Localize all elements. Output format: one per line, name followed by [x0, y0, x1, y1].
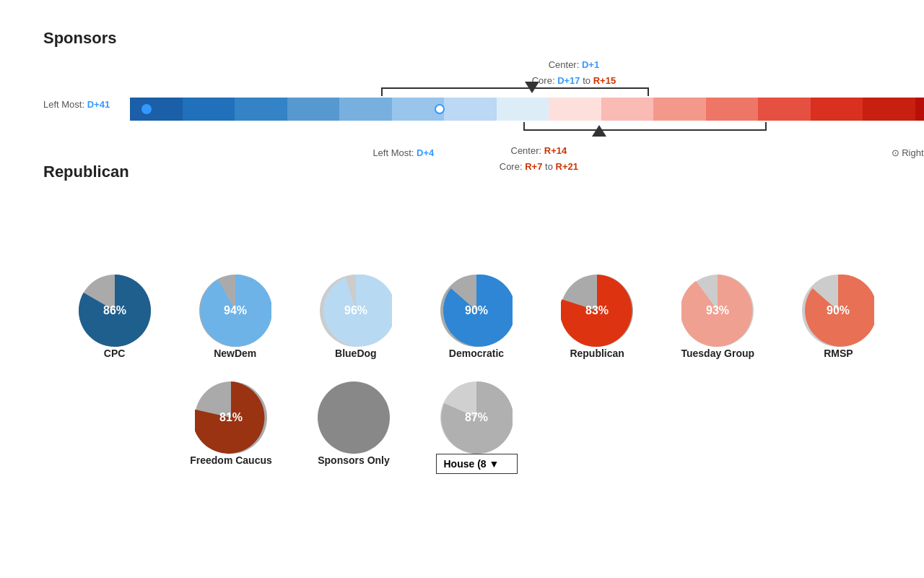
pie-bluedog-chart: 96%: [320, 275, 392, 347]
house-dropdown-container[interactable]: House (8 ▼ Senate: [436, 454, 518, 474]
bar-seg-15: [863, 98, 915, 121]
dot-rep-left: [435, 104, 445, 114]
bar-seg-14: [811, 98, 863, 121]
pie-freedom-label: Freedom Caucus: [190, 454, 272, 467]
pie-newdem-label: NewDem: [214, 347, 256, 360]
pie-cpc-chart: 86%: [79, 275, 151, 347]
pie-bluedog-label: BlueDog: [335, 347, 377, 360]
svg-text:90%: 90%: [465, 304, 488, 316]
pie-freedom: 81% Freedom Caucus: [188, 381, 274, 467]
bar-seg-1: [130, 98, 183, 121]
bar-seg-2: [183, 98, 235, 121]
svg-text:83%: 83%: [585, 304, 609, 316]
spectrum-section: Sponsors Republican Left Most: D+41 ⊙ Ri…: [43, 29, 881, 231]
bar-seg-16: [915, 98, 925, 121]
pie-sponsors-only: Sponsors Only: [310, 381, 397, 467]
bar-seg-12: [706, 98, 759, 121]
annotation-rep-right: ⊙ Right Most: R+33: [892, 147, 924, 158]
pie-freedom-chart: 81%: [195, 381, 267, 454]
bar-seg-9: [549, 98, 601, 121]
pie-cpc-label: CPC: [104, 347, 126, 360]
pie-republican-chart: 83%: [561, 275, 633, 347]
sponsors-title: Sponsors: [43, 29, 116, 48]
annotation-sponsors-left: Left Most: D+41: [43, 99, 110, 110]
pie-house8: 87% House (8 ▼ Senate: [433, 381, 520, 474]
pie-tuesday-chart: 93%: [681, 275, 754, 347]
pie-cpc: 86% CPC: [72, 275, 157, 360]
pie-row-1: 86% CPC 94% NewDem 96%: [43, 275, 881, 360]
svg-text:96%: 96%: [344, 304, 367, 316]
bracket-sponsors-core: [381, 87, 649, 96]
pie-democratic-chart: 90%: [440, 275, 513, 347]
main-container: Sponsors Republican Left Most: D+41 ⊙ Ri…: [0, 0, 924, 503]
pie-tuesday: 93% Tuesday Group: [676, 275, 760, 360]
svg-point-16: [318, 381, 390, 454]
bar-seg-5: [339, 98, 392, 121]
pie-republican: 83% Republican: [555, 275, 640, 360]
bar-seg-8: [497, 98, 549, 121]
bar-seg-4: [287, 98, 340, 121]
bracket-rep-core: [523, 122, 766, 131]
pie-newdem: 94% NewDem: [193, 275, 277, 360]
pie-newdem-chart: 94%: [199, 275, 271, 347]
pie-bluedog: 96% BlueDog: [313, 275, 398, 360]
spectrum-wrapper: Left Most: D+41 ⊙ Right Most: R+32 Cente…: [130, 98, 924, 121]
pie-row-2: 81% Freedom Caucus Sponsors Only 87%: [43, 381, 881, 474]
svg-text:81%: 81%: [219, 411, 243, 423]
pie-tuesday-label: Tuesday Group: [681, 347, 754, 360]
annotation-rep-center: Center: R+14 Core: R+7 to R+21: [500, 143, 578, 175]
bar-seg-3: [235, 98, 287, 121]
dot-sponsors-left: [141, 104, 152, 114]
pie-republican-label: Republican: [570, 347, 624, 360]
svg-text:90%: 90%: [827, 304, 850, 316]
republican-title: Republican: [43, 163, 129, 181]
pie-section: 86% CPC 94% NewDem 96%: [43, 275, 881, 474]
svg-text:94%: 94%: [224, 304, 247, 316]
pie-democratic: 90% Democratic: [434, 275, 518, 360]
pie-rmsp-label: RMSP: [824, 347, 853, 360]
pie-sponsors-only-chart: [318, 381, 390, 454]
annotation-sponsors-center: Center: D+1 Core: D+17 to R+15: [532, 57, 616, 89]
pie-rmsp-chart: 90%: [802, 275, 874, 347]
bar-seg-10: [601, 98, 654, 121]
pie-house8-chart: 87%: [440, 381, 513, 454]
bar-seg-11: [653, 98, 706, 121]
pie-rmsp: 90% RMSP: [796, 275, 881, 360]
pie-sponsors-only-label: Sponsors Only: [318, 454, 390, 467]
svg-text:86%: 86%: [103, 304, 126, 316]
spectrum-bar: [130, 98, 924, 121]
annotation-rep-left: Left Most: D+4: [372, 147, 434, 158]
svg-text:87%: 87%: [465, 411, 488, 423]
svg-text:93%: 93%: [706, 304, 729, 316]
bar-seg-13: [758, 98, 811, 121]
pie-democratic-label: Democratic: [449, 347, 504, 360]
bar-seg-7: [444, 98, 497, 121]
house-dropdown[interactable]: House (8 ▼ Senate: [436, 454, 518, 474]
